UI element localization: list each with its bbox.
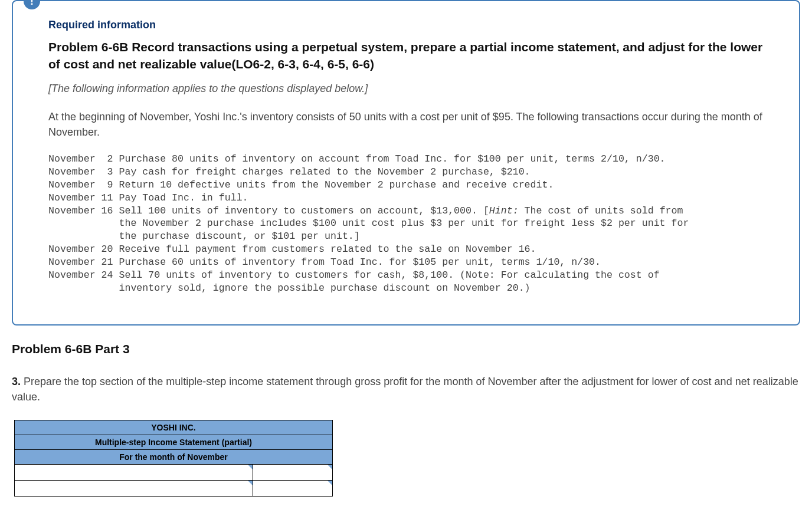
table-row — [15, 464, 333, 480]
label-cell[interactable] — [15, 464, 253, 480]
required-information-heading: Required information — [48, 19, 764, 31]
instruction-text: [The following information applies to th… — [48, 83, 764, 95]
transaction-list: November 2 Purchase 80 units of inventor… — [48, 153, 764, 295]
exclamation-icon: ! — [30, 0, 34, 6]
dropdown-indicator-icon — [248, 465, 253, 469]
dropdown-indicator-icon — [248, 481, 253, 485]
info-badge: ! — [24, 0, 40, 9]
income-statement-table: YOSHI INC. Multiple-step Income Statemen… — [14, 420, 333, 497]
amount-cell[interactable] — [253, 464, 333, 480]
dropdown-indicator-icon — [328, 465, 332, 469]
label-cell[interactable] — [15, 480, 253, 496]
table-header-statement: Multiple-step Income Statement (partial) — [15, 435, 333, 449]
table-row — [15, 480, 333, 496]
table-header-period: For the month of November — [15, 449, 333, 464]
part-title: Problem 6-6B Part 3 — [12, 342, 800, 356]
problem-title: Problem 6-6B Record transactions using a… — [48, 38, 764, 73]
dropdown-indicator-icon — [328, 481, 332, 485]
amount-cell[interactable] — [253, 480, 333, 496]
required-information-panel: ! Required information Problem 6-6B Reco… — [12, 0, 800, 326]
intro-paragraph: At the beginning of November, Yoshi Inc.… — [48, 109, 764, 140]
question-text: 3. Prepare the top section of the multip… — [12, 374, 800, 405]
question-number: 3. — [12, 376, 21, 387]
table-header-company: YOSHI INC. — [15, 420, 333, 435]
